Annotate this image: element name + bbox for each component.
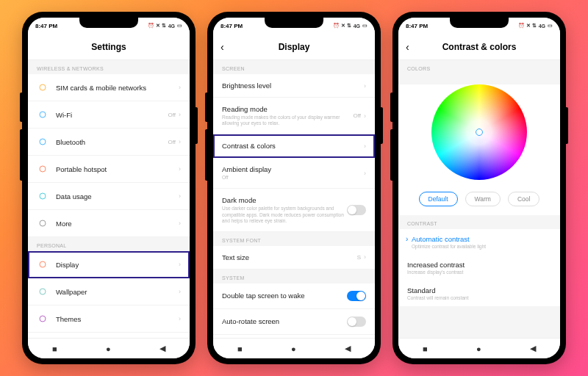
svg-point-2 (40, 139, 46, 145)
settings-row-themes[interactable]: Themes › (28, 306, 190, 333)
notch (450, 18, 509, 28)
nav-back-icon[interactable]: ◀ (345, 344, 351, 353)
row-subtitle: Use darker color palette for system back… (222, 206, 347, 223)
bt-icon (37, 136, 49, 148)
row-label: Contrast & colors (222, 142, 364, 150)
section-label: SCREEN (213, 60, 375, 74)
status-time: 8:47 PM (220, 23, 243, 29)
nav-home-icon[interactable]: ● (476, 344, 481, 353)
row-label: SIM cards & mobile networks (56, 84, 179, 92)
status-time: 8:47 PM (406, 23, 428, 29)
wifi-icon (37, 109, 49, 120)
nav-recents-icon[interactable]: ■ (423, 344, 428, 353)
row-label: More (56, 220, 179, 228)
sim-icon (37, 82, 49, 93)
section-label: CONTRAST (398, 215, 560, 229)
display-row[interactable]: Ambient display Off › (213, 158, 375, 189)
nav-back-icon[interactable]: ◀ (159, 344, 165, 353)
row-label: Reading mode (222, 105, 353, 113)
settings-row-sim[interactable]: SIM cards & mobile networks › (28, 74, 190, 101)
chevron-right-icon: › (179, 261, 181, 268)
row-label: Bluetooth (56, 138, 168, 146)
page-title: Contrast & colors (442, 42, 517, 52)
back-icon[interactable]: ‹ (406, 41, 409, 53)
themes-icon (37, 313, 49, 325)
settings-row-wall[interactable]: Wallpaper › (28, 278, 190, 306)
row-value: Off (168, 112, 176, 118)
row-label: Wallpaper (56, 288, 179, 296)
nav-recents-icon[interactable]: ■ (237, 344, 243, 353)
chevron-right-icon: › (179, 111, 181, 118)
color-wheel[interactable] (431, 84, 527, 180)
nav-recents-icon[interactable]: ■ (52, 344, 57, 353)
display-icon (37, 258, 49, 270)
toggle-switch[interactable] (347, 291, 366, 301)
contrast-subtitle: Contrast will remain constant (407, 295, 551, 300)
notch (79, 18, 138, 28)
chevron-right-icon: › (364, 170, 366, 177)
row-label: Portable hotspot (56, 165, 179, 173)
display-row[interactable]: Auto-rotate screen (213, 309, 375, 335)
nav-home-icon[interactable]: ● (106, 344, 111, 353)
chevron-right-icon: › (179, 84, 181, 91)
contrast-title: Automatic contrast (412, 235, 551, 243)
chip-warm[interactable]: Warm (465, 192, 501, 206)
status-time: 8:47 PM (35, 23, 57, 29)
contrast-option[interactable]: Increased contrast Increase display's co… (398, 255, 560, 281)
hotspot-icon (37, 163, 49, 175)
chip-default[interactable]: Default (419, 192, 458, 206)
display-row[interactable]: Dark mode Use darker color palette for s… (213, 189, 375, 231)
contrast-title: Increased contrast (407, 261, 551, 269)
display-row[interactable]: Contrast & colors › (213, 134, 375, 158)
chip-cool[interactable]: Cool (508, 192, 539, 206)
contrast-option[interactable]: Automatic contrast Optimize contrast for… (398, 229, 560, 255)
row-subtitle: Reading mode makes the colors of your di… (222, 115, 353, 126)
svg-point-4 (40, 193, 46, 199)
system-nav: ■ ● ◀ (398, 338, 560, 358)
display-row[interactable]: Double tap screen to wake (213, 283, 375, 309)
row-value: Off (353, 112, 361, 119)
settings-row-wifi[interactable]: Wi-Fi Off › (28, 101, 190, 129)
data-icon (37, 190, 49, 202)
settings-row-more[interactable]: More › (28, 210, 190, 237)
toggle-switch[interactable] (347, 317, 366, 327)
system-nav: ■ ● ◀ (28, 338, 190, 358)
section-label: COLORS (398, 60, 560, 74)
chevron-right-icon: › (364, 82, 366, 90)
row-label: Text size (222, 253, 357, 261)
display-row[interactable]: Reading mode Reading mode makes the colo… (213, 98, 375, 134)
nav-home-icon[interactable]: ● (291, 344, 296, 353)
phone-display: 8:47 PM ⏰ ✕ ⇅4G▭ ‹ Display SCREEN Bright… (207, 12, 381, 364)
row-label: Data usage (56, 192, 179, 200)
phone-settings: 8:47 PM ⏰ ✕ ⇅4G▭ Settings WIRELESS & NET… (22, 12, 196, 364)
header: ‹ Contrast & colors (398, 34, 560, 60)
toggle-switch[interactable] (347, 205, 366, 215)
svg-point-5 (40, 220, 46, 226)
svg-point-0 (40, 84, 46, 90)
settings-row-hotspot[interactable]: Portable hotspot › (28, 156, 190, 183)
back-icon[interactable]: ‹ (220, 41, 224, 53)
contrast-option[interactable]: Standard Contrast will remain constant (398, 281, 560, 306)
chevron-right-icon: › (179, 192, 181, 200)
contrast-subtitle: Optimize contrast for available light (412, 244, 551, 249)
row-label: Auto-rotate screen (222, 317, 347, 325)
nav-back-icon[interactable]: ◀ (530, 344, 536, 353)
chevron-right-icon: › (364, 253, 366, 261)
chevron-right-icon: › (179, 315, 181, 322)
settings-row-sound[interactable]: Sound & vibration › (28, 333, 190, 338)
display-row[interactable]: Text size S › (213, 246, 375, 270)
svg-point-7 (40, 289, 46, 294)
chevron-right-icon: › (364, 112, 366, 120)
more-icon (37, 217, 49, 229)
svg-point-6 (40, 261, 46, 267)
settings-row-data[interactable]: Data usage › (28, 183, 190, 210)
color-wheel-cursor[interactable] (476, 129, 483, 136)
phone-contrast: 8:47 PM ⏰ ✕ ⇅4G▭ ‹ Contrast & colors COL… (392, 12, 566, 364)
settings-row-bt[interactable]: Bluetooth Off › (28, 129, 190, 156)
display-row[interactable]: Brightness level › (213, 74, 375, 98)
notch (265, 18, 323, 28)
settings-row-display[interactable]: Display › (28, 251, 190, 278)
header: ‹ Display (213, 34, 375, 60)
chevron-right-icon: › (179, 165, 181, 173)
row-subtitle: Off (222, 175, 364, 181)
